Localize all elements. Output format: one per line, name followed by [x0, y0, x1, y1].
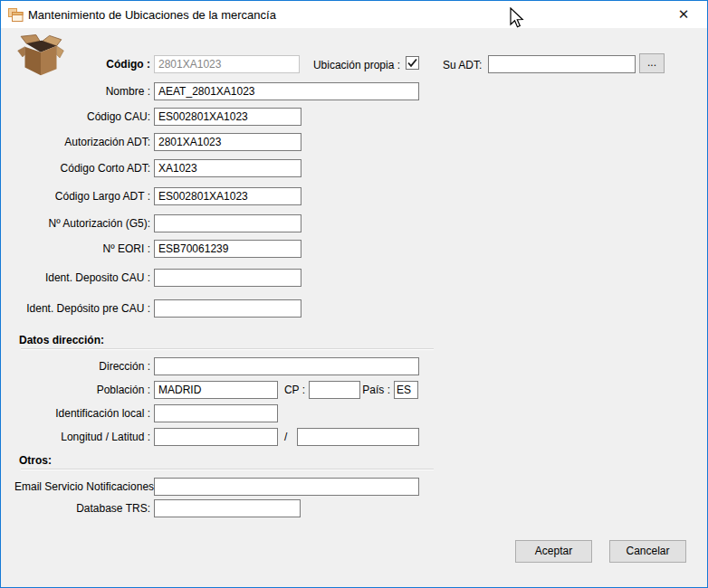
email-notificaciones-label: Email Servicio Notificaciones: — [14, 480, 150, 493]
ident-deposito-pre-cau-label: Ident. Depósito pre CAU : — [14, 302, 150, 315]
pais-input[interactable] — [394, 381, 418, 399]
longitud-latitud-separator: / — [284, 431, 287, 443]
cp-input[interactable] — [309, 381, 360, 399]
latitud-input[interactable] — [297, 428, 419, 446]
poblacion-input[interactable] — [154, 381, 278, 399]
window-title: Mantenimiento de Ubicaciones de la merca… — [28, 8, 276, 22]
email-notificaciones-input[interactable] — [154, 478, 419, 496]
ubicacion-propia-label: Ubicación propia : — [300, 59, 400, 71]
codigo-input[interactable] — [154, 55, 300, 73]
others-section-divider — [21, 469, 434, 470]
checkmark-icon — [407, 57, 418, 69]
codigo-label: Código : — [14, 58, 150, 71]
address-section-divider — [21, 348, 434, 350]
autorizacion-adt-label: Autorización ADT: — [14, 136, 150, 148]
num-eori-label: Nº EORI : — [14, 242, 150, 255]
codigo-cau-label: Código CAU: — [14, 110, 150, 123]
close-icon: ✕ — [678, 6, 690, 23]
database-trs-label: Database TRS: — [14, 502, 150, 515]
pais-label: País : — [359, 384, 390, 396]
mouse-cursor — [510, 7, 525, 30]
poblacion-label: Población : — [14, 384, 150, 396]
longitud-input[interactable] — [154, 428, 278, 446]
package-icon — [15, 33, 66, 81]
identificacion-local-label: Identificación local : — [14, 407, 150, 420]
longitud-latitud-label: Longitud / Latitud : — [14, 431, 150, 443]
cancel-button[interactable]: Cancelar — [609, 540, 686, 563]
codigo-largo-adt-input[interactable] — [154, 187, 301, 205]
num-autorizacion-g5-input[interactable] — [154, 214, 301, 232]
autorizacion-adt-input[interactable] — [154, 133, 301, 151]
codigo-corto-adt-input[interactable] — [154, 159, 301, 177]
direccion-input[interactable] — [154, 357, 419, 375]
ident-deposito-pre-cau-input[interactable] — [154, 299, 301, 318]
su-adt-input[interactable] — [488, 55, 636, 73]
ident-deposito-cau-label: Ident. Deposito CAU : — [14, 271, 150, 284]
num-autorizacion-g5-label: Nº Autorización (G5): — [14, 217, 150, 230]
su-adt-label: Su ADT: — [443, 59, 482, 71]
dialog-window: Mantenimiento de Ubicaciones de la merca… — [0, 0, 708, 588]
ident-deposito-cau-input[interactable] — [154, 269, 301, 287]
accept-button[interactable]: Aceptar — [515, 540, 592, 563]
codigo-corto-adt-label: Código Corto ADT: — [14, 162, 150, 175]
form-icon — [8, 7, 24, 23]
nombre-label: Nombre : — [14, 85, 150, 98]
direccion-label: Dirección : — [14, 360, 150, 373]
ubicacion-propia-checkbox[interactable] — [406, 56, 419, 70]
num-eori-input[interactable] — [154, 240, 301, 258]
codigo-cau-input[interactable] — [154, 108, 301, 126]
cp-label: CP : — [273, 384, 305, 396]
titlebar: Mantenimiento de Ubicaciones de la merca… — [1, 1, 707, 28]
others-section-header: Otros: — [19, 454, 52, 467]
nombre-input[interactable] — [154, 82, 419, 100]
database-trs-input[interactable] — [154, 499, 301, 517]
codigo-largo-adt-label: Código Largo ADT : — [14, 190, 150, 203]
address-section-header: Datos dirección: — [19, 334, 104, 346]
identificacion-local-input[interactable] — [154, 404, 278, 422]
close-button[interactable]: ✕ — [665, 1, 702, 28]
su-adt-browse-button[interactable]: ... — [639, 53, 665, 73]
